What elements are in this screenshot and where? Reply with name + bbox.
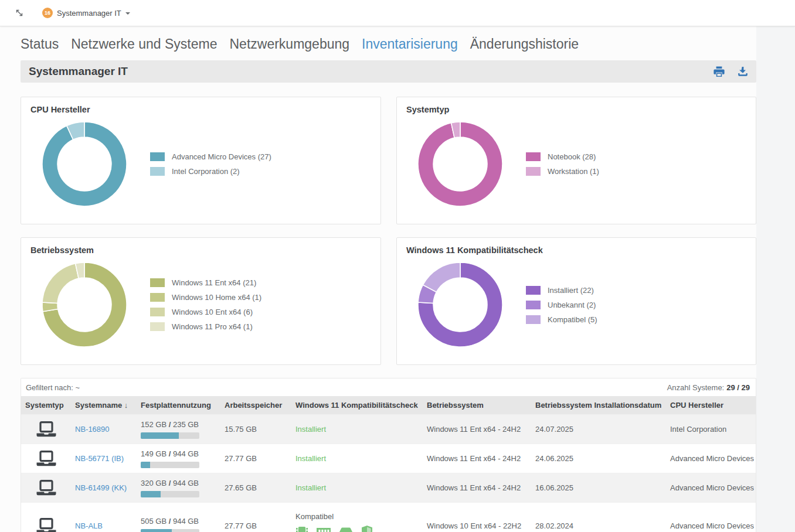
legend-label: Unbekannt (2) — [548, 301, 596, 309]
card-title: CPU Hersteller — [30, 105, 371, 114]
download-icon[interactable] — [738, 66, 748, 77]
donut-chart — [38, 258, 131, 352]
legend-label: Notebook (28) — [548, 152, 596, 161]
ram-cell: 15.75 GB — [220, 425, 291, 434]
tab-netzwerkumgebung[interactable]: Netzwerkumgebung — [230, 36, 350, 52]
legend-label: Workstation (1) — [548, 167, 599, 176]
chevron-down-icon — [125, 12, 130, 15]
disk-usage-bar — [141, 432, 199, 439]
card-cpu-hersteller: CPU Hersteller Advanced Micro Devices (2… — [21, 97, 381, 224]
table-meta: Gefiltert nach: ~ Anzahl Systeme:29 / 29 — [21, 378, 756, 396]
column-header[interactable]: Windows 11 Kompatibilitätscheck — [291, 401, 423, 410]
disk-usage-cell: 152 GB / 235 GB — [137, 420, 220, 439]
page-header-bar: Systemmanager IT — [21, 60, 756, 83]
os-cell: Windows 11 Ent x64 - 24H2 — [423, 483, 531, 492]
legend-swatch — [150, 308, 165, 316]
disk-usage-bar — [141, 491, 199, 497]
chart-legend: Notebook (28)Workstation (1) — [526, 152, 599, 176]
legend-item[interactable]: Intel Corporation (2) — [150, 167, 271, 176]
legend-label: Windows 10 Home x64 (1) — [172, 293, 261, 302]
os-cell: Windows 10 Ent x64 - 22H2 — [423, 521, 531, 530]
compat-status: Installiert — [295, 425, 423, 434]
legend-swatch — [150, 152, 165, 161]
system-name-link[interactable]: NB-ALB — [71, 521, 137, 530]
os-install-date-cell: 24.06.2025 — [531, 454, 666, 463]
legend-label: Windows 11 Ent x64 (21) — [172, 278, 256, 287]
cpu-vendor-cell: Intel Corporation — [666, 425, 756, 434]
card-title: Systemtyp — [406, 105, 746, 114]
column-header[interactable]: Systemname ↓ — [71, 401, 137, 410]
legend-item[interactable]: Windows 11 Ent x64 (21) — [150, 278, 261, 287]
drive-icon — [339, 525, 353, 532]
topbar: 16 Systemmanager IT — [0, 0, 795, 26]
legend-item[interactable]: Windows 10 Home x64 (1) — [150, 293, 261, 302]
tab-netzwerke-und-systeme[interactable]: Netzwerke und Systeme — [71, 36, 217, 52]
column-header[interactable]: Betriebssystem — [423, 401, 531, 410]
cpu-vendor-cell: Advanced Micro Devices — [666, 521, 756, 530]
laptop-icon — [21, 518, 71, 532]
legend-item[interactable]: Kompatibel (5) — [526, 315, 597, 324]
column-header[interactable]: CPU Hersteller — [666, 401, 756, 410]
table-row[interactable]: NB-56771 (IB)149 GB / 944 GB27.77 GBInst… — [21, 444, 756, 473]
filter-indicator[interactable]: Gefiltert nach: ~ — [26, 383, 80, 392]
table-row[interactable]: NB-16890152 GB / 235 GB15.75 GBInstallie… — [21, 414, 756, 444]
legend-item[interactable]: Workstation (1) — [526, 167, 599, 176]
tab-inventarisierung[interactable]: Inventarisierung — [362, 36, 458, 52]
disk-usage-cell: 320 GB / 944 GB — [137, 479, 220, 497]
disk-usage-bar — [141, 529, 199, 532]
legend-item[interactable]: Advanced Micro Devices (27) — [150, 152, 271, 161]
legend-label: Windows 11 Pro x64 (1) — [172, 322, 253, 331]
legend-label: Intel Corporation (2) — [172, 167, 240, 176]
app-selector[interactable]: 16 Systemmanager IT — [42, 8, 130, 18]
legend-swatch — [526, 315, 541, 324]
chart-legend: Installiert (22)Unbekannt (2)Kompatibel … — [526, 286, 597, 324]
card-betriebssystem: Betriebssystem Windows 11 Ent x64 (21)Wi… — [21, 237, 381, 365]
system-name-link[interactable]: NB-16890 — [71, 425, 137, 434]
count-value: 29 / 29 — [726, 383, 750, 392]
compat-status: Installiert — [295, 454, 423, 463]
filter-label: Gefiltert nach: — [26, 383, 73, 392]
tab-änderungshistorie[interactable]: Änderungshistorie — [470, 36, 579, 52]
os-install-date-cell: 16.06.2025 — [531, 483, 666, 492]
donut-chart — [413, 117, 507, 211]
donut-chart — [38, 117, 131, 211]
legend-item[interactable]: Installiert (22) — [526, 286, 597, 295]
cpu-vendor-cell: Advanced Micro Devices — [666, 483, 756, 492]
laptop-icon — [21, 480, 71, 496]
disk-usage-cell: 505 GB / 944 GB — [137, 517, 220, 532]
diagonal-expand-icon[interactable] — [12, 5, 27, 21]
donut-segment — [42, 264, 79, 303]
table-header-row: SystemtypSystemname ↓FestplattennutzungA… — [21, 396, 756, 414]
column-header[interactable]: Systemtyp — [21, 401, 71, 410]
table-row[interactable]: NB-ALB505 GB / 944 GB27.77 GBKompatibel … — [21, 502, 756, 532]
os-install-date-cell: 24.07.2025 — [531, 425, 666, 434]
page-title: Systemmanager IT — [29, 65, 128, 78]
notification-badge: 16 — [42, 8, 53, 18]
column-header[interactable]: Arbeitsspeicher — [220, 401, 291, 410]
table-row[interactable]: NB-61499 (KK)320 GB / 944 GB27.65 GBInst… — [21, 473, 756, 502]
legend-item[interactable]: Unbekannt (2) — [526, 301, 597, 309]
app-title: Systemmanager IT — [57, 9, 121, 18]
legend-item[interactable]: Notebook (28) — [526, 152, 599, 161]
legend-label: Windows 10 Ent x64 (6) — [172, 308, 253, 316]
legend-item[interactable]: Windows 11 Pro x64 (1) — [150, 322, 261, 331]
compat-status: Installiert — [295, 483, 423, 492]
sort-descending-arrow-icon: ↓ — [122, 401, 128, 410]
donut-chart — [413, 258, 507, 352]
column-header[interactable]: Festplattennutzung — [137, 401, 220, 410]
legend-swatch — [150, 167, 165, 176]
tab-status[interactable]: Status — [21, 36, 59, 52]
column-header[interactable]: Betriebssystem Installationsdatum — [531, 401, 666, 410]
cpu-chip-icon — [295, 525, 308, 532]
system-name-link[interactable]: NB-56771 (IB) — [71, 454, 137, 463]
system-name-link[interactable]: NB-61499 (KK) — [71, 483, 137, 492]
legend-label: Installiert (22) — [548, 286, 594, 295]
donut-segment — [423, 262, 460, 292]
compat-cell: Installiert — [291, 454, 423, 463]
chart-legend: Windows 11 Ent x64 (21)Windows 10 Home x… — [150, 278, 261, 331]
compat-cell: Installiert — [291, 425, 423, 434]
print-icon[interactable] — [714, 66, 725, 77]
legend-swatch — [150, 293, 165, 302]
disk-usage-text: 152 GB / 235 GB — [141, 420, 220, 429]
legend-item[interactable]: Windows 10 Ent x64 (6) — [150, 308, 261, 316]
